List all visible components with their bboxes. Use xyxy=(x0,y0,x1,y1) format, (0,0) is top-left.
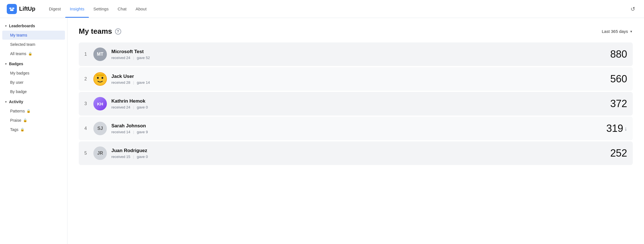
sidebar-badges-header[interactable]: ▼ Badges xyxy=(0,59,67,68)
date-filter-chevron: ▼ xyxy=(630,30,633,33)
avatar: KH xyxy=(93,97,107,110)
svg-rect-7 xyxy=(96,74,104,76)
user-stats: received 24 | gave 0 xyxy=(111,105,610,109)
avatar: SJ xyxy=(93,122,107,135)
activity-chevron: ▼ xyxy=(4,100,7,103)
user-info: Sarah Johnson received 14 | gave 9 xyxy=(111,123,606,134)
main-content: My teams ? Last 365 days ▼ 1 MT Microsof… xyxy=(67,18,644,244)
nav-settings[interactable]: Settings xyxy=(89,0,113,18)
score-value: 319 xyxy=(606,123,623,134)
user-stats: received 24 | gave 52 xyxy=(111,56,610,60)
svg-rect-2 xyxy=(10,9,13,11)
nav-about[interactable]: About xyxy=(131,0,151,18)
nav-digest[interactable]: Digest xyxy=(44,0,66,18)
nav-insights[interactable]: Insights xyxy=(65,0,89,18)
main-nav: Digest Insights Settings Chat About xyxy=(44,0,151,18)
rank-number: 1 xyxy=(84,52,93,57)
sidebar-section-activity: ▼ Activity Patterns 🔒 Praise 🔒 Tags 🔒 xyxy=(0,97,67,134)
user-name: Microsoft Test xyxy=(111,49,610,55)
rank-number: 2 xyxy=(84,76,93,82)
rank-number: 5 xyxy=(84,151,93,156)
score: 319 ↓ xyxy=(606,123,627,134)
sidebar-item-patterns[interactable]: Patterns 🔒 xyxy=(2,107,65,116)
user-stats: received 14 | gave 9 xyxy=(111,130,606,134)
rank-number: 4 xyxy=(84,126,93,131)
user-stats: received 28 | gave 14 xyxy=(111,80,610,85)
sidebar-item-by-badge[interactable]: By badge xyxy=(2,87,65,96)
avatar xyxy=(93,72,107,86)
help-icon[interactable]: ? xyxy=(115,28,121,35)
sidebar-section-badges: ▼ Badges My badges By user By badge xyxy=(0,59,67,96)
stat-divider: | xyxy=(133,56,134,60)
activity-label: Activity xyxy=(9,100,23,104)
sidebar-item-my-teams[interactable]: My teams xyxy=(2,31,65,40)
sidebar: ▼ Leaderboards My teams Selected team Al… xyxy=(0,18,67,244)
logo-area: LiftUp xyxy=(7,4,35,14)
user-info: Jack User received 28 | gave 14 xyxy=(111,74,610,85)
table-row: 1 MT Microsoft Test received 24 | gave 5… xyxy=(79,42,633,66)
patterns-lock-icon: 🔒 xyxy=(26,109,31,113)
user-name: Kathrin Hemok xyxy=(111,98,610,104)
badges-chevron: ▼ xyxy=(4,62,7,65)
badges-label: Badges xyxy=(9,62,23,66)
score-value: 252 xyxy=(610,147,627,159)
stat-divider: | xyxy=(133,105,134,109)
leaderboard-list: 1 MT Microsoft Test received 24 | gave 5… xyxy=(79,42,633,166)
received-stat: received 24 xyxy=(111,105,130,109)
rank-number: 3 xyxy=(84,101,93,106)
layout: ▼ Leaderboards My teams Selected team Al… xyxy=(0,18,644,244)
stat-divider: | xyxy=(133,130,134,134)
user-info: Microsoft Test received 24 | gave 52 xyxy=(111,49,610,60)
gave-stat: gave 0 xyxy=(137,155,148,159)
avatar: JR xyxy=(93,146,107,160)
app-logo-text: LiftUp xyxy=(19,6,35,12)
page-header: My teams ? Last 365 days ▼ xyxy=(79,27,633,36)
score-value: 560 xyxy=(610,73,627,85)
score: 372 xyxy=(610,98,627,110)
received-stat: received 14 xyxy=(111,130,130,134)
refresh-button[interactable]: ↺ xyxy=(628,4,637,13)
date-filter-button[interactable]: Last 365 days ▼ xyxy=(602,29,633,34)
sidebar-section-leaderboards: ▼ Leaderboards My teams Selected team Al… xyxy=(0,21,67,58)
table-row: 4 SJ Sarah Johnson received 14 | gave 9 … xyxy=(79,117,633,140)
score-value: 372 xyxy=(610,98,627,110)
leaderboards-label: Leaderboards xyxy=(9,24,35,28)
user-name: Juan Rodriguez xyxy=(111,148,610,153)
gave-stat: gave 0 xyxy=(137,105,148,109)
praise-lock-icon: 🔒 xyxy=(23,118,27,122)
sidebar-item-selected-team[interactable]: Selected team xyxy=(2,40,65,49)
user-name: Jack User xyxy=(111,74,610,79)
table-row: 5 JR Juan Rodriguez received 15 | gave 0… xyxy=(79,141,633,165)
gave-stat: gave 52 xyxy=(137,56,150,60)
date-filter-label: Last 365 days xyxy=(602,29,628,34)
received-stat: received 15 xyxy=(111,155,130,159)
sidebar-item-praise[interactable]: Praise 🔒 xyxy=(2,116,65,125)
sidebar-item-my-badges[interactable]: My badges xyxy=(2,69,65,78)
user-name: Sarah Johnson xyxy=(111,123,606,129)
page-title-area: My teams ? xyxy=(79,27,121,36)
header: LiftUp Digest Insights Settings Chat Abo… xyxy=(0,0,644,18)
user-info: Juan Rodriguez received 15 | gave 0 xyxy=(111,148,610,159)
received-stat: received 28 xyxy=(111,80,130,85)
stat-divider: | xyxy=(133,80,134,85)
score-arrow: ↓ xyxy=(624,125,627,132)
score: 880 xyxy=(610,48,627,60)
svg-rect-0 xyxy=(9,8,12,9)
score: 252 xyxy=(610,147,627,159)
sidebar-leaderboards-header[interactable]: ▼ Leaderboards xyxy=(0,21,67,30)
nav-chat[interactable]: Chat xyxy=(113,0,131,18)
sidebar-item-all-teams[interactable]: All teams 🔒 xyxy=(2,49,65,58)
stat-divider: | xyxy=(133,155,134,159)
table-row: 3 KH Kathrin Hemok received 24 | gave 0 … xyxy=(79,92,633,116)
svg-point-5 xyxy=(97,77,99,79)
sidebar-item-tags[interactable]: Tags 🔒 xyxy=(2,125,65,134)
logo-icon xyxy=(7,4,17,14)
user-info: Kathrin Hemok received 24 | gave 0 xyxy=(111,98,610,109)
received-stat: received 24 xyxy=(111,56,130,60)
sidebar-item-by-user[interactable]: By user xyxy=(2,78,65,87)
gave-stat: gave 9 xyxy=(137,130,148,134)
page-title: My teams xyxy=(79,27,112,36)
gave-stat: gave 14 xyxy=(137,80,150,85)
sidebar-activity-header[interactable]: ▼ Activity xyxy=(0,97,67,106)
all-teams-lock-icon: 🔒 xyxy=(28,52,32,56)
